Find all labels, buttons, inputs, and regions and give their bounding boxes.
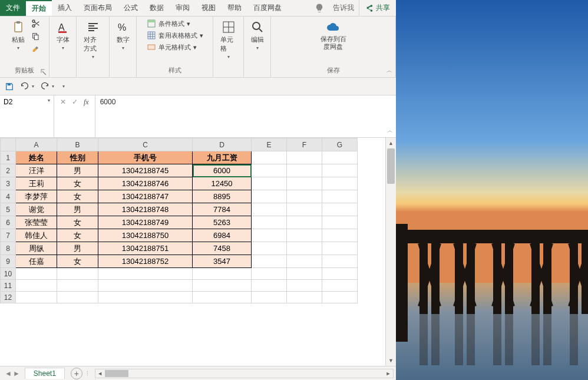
undo-dropdown[interactable]: ▾	[32, 84, 34, 89]
cell-F2[interactable]	[287, 164, 322, 177]
formula-bar-expand[interactable]: ︿	[384, 95, 396, 137]
row-header-11[interactable]: 11	[1, 280, 16, 292]
paste-button[interactable]: 粘贴 ▾	[9, 19, 28, 52]
cell-G9[interactable]	[322, 255, 358, 268]
col-header-E[interactable]: E	[252, 138, 287, 151]
cell-F5[interactable]	[287, 203, 322, 216]
cell-D11[interactable]	[193, 280, 252, 292]
formula-input[interactable]: 6000	[95, 95, 384, 137]
cell-D1[interactable]: 九月工资	[193, 151, 252, 164]
tab-页面布局[interactable]: 页面布局	[78, 0, 118, 16]
cell-E8[interactable]	[252, 242, 287, 255]
share-button[interactable]: 共享	[359, 0, 396, 16]
row-header-6[interactable]: 6	[1, 216, 16, 229]
row-header-3[interactable]: 3	[1, 177, 16, 190]
save-icon[interactable]	[5, 82, 14, 91]
row-header-5[interactable]: 5	[1, 203, 16, 216]
cell-styles-button[interactable]: 单元格样式 ▾	[147, 42, 197, 52]
cell-A12[interactable]	[16, 292, 57, 303]
col-header-F[interactable]: F	[287, 138, 322, 151]
tab-开始[interactable]: 开始	[26, 0, 52, 16]
cell-C4[interactable]: 13042188747	[98, 190, 193, 203]
cell-F8[interactable]	[287, 242, 322, 255]
cell-B12[interactable]	[57, 292, 98, 303]
select-all[interactable]	[1, 138, 16, 151]
cell-F3[interactable]	[287, 177, 322, 190]
cell-F10[interactable]	[287, 268, 322, 280]
conditional-format-button[interactable]: 条件格式 ▾	[147, 19, 190, 28]
col-header-G[interactable]: G	[322, 138, 358, 151]
tab-视图[interactable]: 视图	[196, 0, 222, 16]
cell-F1[interactable]	[287, 151, 322, 164]
cell-C8[interactable]: 13042188751	[98, 242, 193, 255]
cell-A11[interactable]	[16, 280, 57, 292]
cell-D7[interactable]: 6984	[193, 229, 252, 242]
add-sheet-button[interactable]: +	[71, 368, 82, 379]
scroll-up[interactable]: ▲	[386, 138, 396, 148]
cell-A8[interactable]: 周纵	[16, 242, 57, 255]
vertical-scrollbar[interactable]: ▲ ▼	[385, 138, 396, 366]
cell-B8[interactable]: 男	[57, 242, 98, 255]
scroll-down[interactable]: ▼	[386, 355, 396, 366]
row-header-9[interactable]: 9	[1, 255, 16, 268]
sheet-nav[interactable]: ◄►	[0, 369, 25, 378]
cell-F4[interactable]	[287, 190, 322, 203]
cell-A7[interactable]: 韩佳人	[16, 229, 57, 242]
cell-G11[interactable]	[322, 280, 358, 292]
cell-E12[interactable]	[252, 292, 287, 303]
cell-F9[interactable]	[287, 255, 322, 268]
cell-D10[interactable]	[193, 268, 252, 280]
cell-B5[interactable]: 男	[57, 203, 98, 216]
cell-D3[interactable]: 12450	[193, 177, 252, 190]
cell-C2[interactable]: 13042188745	[98, 164, 193, 177]
cell-B9[interactable]: 女	[57, 255, 98, 268]
cell-A10[interactable]	[16, 268, 57, 280]
cell-G8[interactable]	[322, 242, 358, 255]
cell-G12[interactable]	[322, 292, 358, 303]
cell-G1[interactable]	[322, 151, 358, 164]
row-header-1[interactable]: 1	[1, 151, 16, 164]
scroll-right[interactable]: ►	[384, 371, 393, 376]
cell-E9[interactable]	[252, 255, 287, 268]
cell-E7[interactable]	[252, 229, 287, 242]
cell-E6[interactable]	[252, 216, 287, 229]
cell-A4[interactable]: 李梦萍	[16, 190, 57, 203]
cell-C5[interactable]: 13042188748	[98, 203, 193, 216]
cell-A1[interactable]: 姓名	[16, 151, 57, 164]
scroll-thumb-h[interactable]	[105, 370, 128, 377]
cut-button[interactable]	[31, 19, 41, 31]
cell-C7[interactable]: 13042188750	[98, 229, 193, 242]
cell-G7[interactable]	[322, 229, 358, 242]
row-header-7[interactable]: 7	[1, 229, 16, 242]
cell-E3[interactable]	[252, 177, 287, 190]
col-header-C[interactable]: C	[98, 138, 193, 151]
cell-B3[interactable]: 女	[57, 177, 98, 190]
redo-icon[interactable]	[40, 82, 49, 91]
cell-C1[interactable]: 手机号	[98, 151, 193, 164]
editing-button[interactable]: 编辑 ▾	[248, 19, 267, 52]
clipboard-dialog-launcher[interactable]	[40, 68, 47, 75]
cell-F6[interactable]	[287, 216, 322, 229]
cell-G3[interactable]	[322, 177, 358, 190]
cell-A3[interactable]: 王莉	[16, 177, 57, 190]
enter-formula-button[interactable]: ✓	[72, 98, 78, 106]
cell-A5[interactable]: 谢觉	[16, 203, 57, 216]
row-header-2[interactable]: 2	[1, 164, 16, 177]
ribbon-collapse[interactable]: ︿	[387, 67, 392, 75]
tellme-text[interactable]: 告诉我	[328, 3, 359, 13]
tab-公式[interactable]: 公式	[118, 0, 144, 16]
cell-D2[interactable]: 6000	[193, 164, 252, 177]
cell-D6[interactable]: 5263	[193, 216, 252, 229]
tab-帮助[interactable]: 帮助	[222, 0, 247, 16]
tab-审阅[interactable]: 审阅	[170, 0, 196, 16]
cell-B7[interactable]: 女	[57, 229, 98, 242]
redo-dropdown[interactable]: ▾	[52, 84, 54, 89]
cell-E4[interactable]	[252, 190, 287, 203]
table-format-button[interactable]: 套用表格格式 ▾	[147, 31, 203, 40]
cell-C12[interactable]	[98, 292, 193, 303]
cell-B4[interactable]: 女	[57, 190, 98, 203]
cell-G2[interactable]	[322, 164, 358, 177]
cell-B11[interactable]	[57, 280, 98, 292]
cell-C3[interactable]: 13042188746	[98, 177, 193, 190]
cell-E1[interactable]	[252, 151, 287, 164]
